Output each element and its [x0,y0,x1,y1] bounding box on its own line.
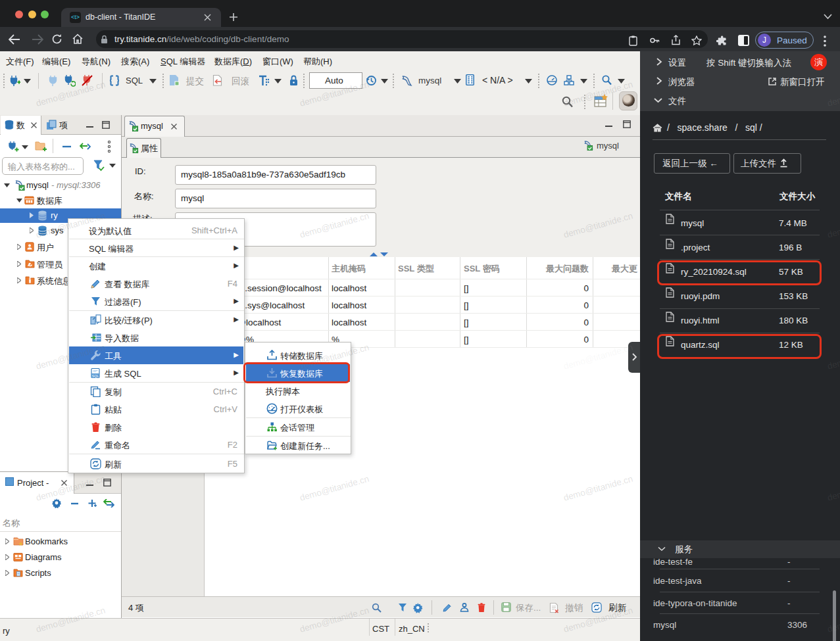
svg-text:SQL: SQL [92,374,99,378]
